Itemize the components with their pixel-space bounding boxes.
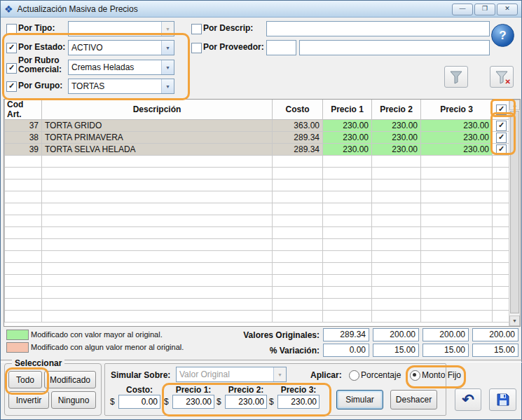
grid-empty-row	[5, 311, 511, 323]
scroll-down-button[interactable]: ▼	[509, 316, 520, 326]
por-grupo-dropdown[interactable]: TORTAS ▼	[68, 79, 174, 94]
descrip-input[interactable]	[266, 21, 490, 36]
col-header-precio2[interactable]: Precio 2	[372, 100, 421, 120]
grid-row[interactable]: 39 TORTA SELVA HELADA 289.34 230.00 230.…	[5, 144, 511, 156]
scroll-down-icon: ▼	[512, 318, 517, 323]
grid-vertical-scrollbar[interactable]: ▲ ▼	[509, 100, 520, 326]
simular-sobre-value: Valor Original	[177, 370, 273, 379]
cell-cod: 38	[5, 132, 42, 144]
precio3-input-label: Precio 3:	[277, 385, 320, 395]
currency-sign: $	[269, 397, 274, 407]
por-descrip-label: Por Descrip:	[203, 23, 253, 33]
row-checkbox[interactable]: ✓	[496, 121, 507, 131]
variacion-label: % Variación:	[207, 346, 320, 355]
precio2-input[interactable]	[225, 395, 267, 409]
apply-filter-button[interactable]	[444, 66, 468, 88]
app-icon: ❖	[4, 4, 13, 14]
costo-input[interactable]	[118, 395, 160, 409]
title-bar[interactable]: ❖ Actualización Masiva de Precios — ❐ ✕	[1, 1, 521, 18]
cell-costo: 289.34	[273, 144, 323, 156]
porcentaje-radio[interactable]	[349, 370, 359, 381]
close-button[interactable]: ✕	[497, 4, 518, 15]
col-header-descripcion[interactable]: Descripción	[42, 100, 273, 120]
por-proveedor-checkbox[interactable]	[191, 43, 202, 53]
monto-fijo-radio[interactable]	[410, 370, 420, 381]
valores-originales-label: Valores Originales:	[207, 330, 320, 340]
save-button[interactable]	[489, 388, 516, 411]
window-title: Actualización Masiva de Precios	[18, 4, 138, 14]
help-button[interactable]: ?	[491, 24, 514, 47]
precio3-input[interactable]	[277, 395, 320, 409]
cell-precio3: 230.00	[421, 120, 493, 132]
clear-filter-button[interactable]: ✕	[490, 66, 514, 88]
todo-button[interactable]: Todo	[8, 371, 42, 388]
por-tipo-checkbox[interactable]	[6, 24, 17, 34]
por-rubro-checkbox[interactable]: ✓	[6, 63, 17, 74]
precio1-input[interactable]	[172, 395, 214, 409]
chevron-down-icon[interactable]: ▼	[273, 367, 286, 381]
undo-icon: ↶	[462, 393, 474, 407]
proveedor-code-input[interactable]	[266, 40, 296, 55]
currency-sign: $	[217, 397, 221, 407]
check-icon: ✓	[8, 63, 15, 72]
scrollbar-thumb[interactable]	[510, 111, 519, 313]
ninguno-button[interactable]: Ninguno	[51, 391, 96, 409]
por-estado-label: Por Estado:	[18, 42, 65, 52]
chevron-down-icon[interactable]: ▼	[161, 60, 174, 74]
por-descrip-checkbox[interactable]	[191, 24, 202, 34]
original-costo: 289.34	[323, 328, 369, 341]
grid-empty-row	[5, 168, 511, 179]
chevron-down-icon[interactable]: ▼	[161, 22, 174, 36]
grid-body: 37 TORTA GRIDO 363.00 230.00 230.00 230.…	[5, 120, 511, 323]
invertir-button[interactable]: Invertir	[8, 391, 49, 409]
check-icon: ✓	[8, 43, 15, 51]
minimize-button[interactable]: —	[452, 4, 473, 15]
cell-precio3: 230.00	[421, 132, 493, 144]
col-header-costo[interactable]: Costo	[273, 100, 323, 120]
porcentaje-label[interactable]: Porcentaje	[361, 370, 401, 380]
variacion-precio1: 15.00	[373, 344, 419, 357]
scroll-up-button[interactable]: ▲	[509, 100, 520, 110]
col-header-precio3[interactable]: Precio 3	[421, 100, 493, 120]
por-grupo-checkbox[interactable]: ✓	[6, 81, 17, 92]
por-grupo-label: Por Grupo:	[18, 81, 62, 90]
col-header-cod[interactable]: Cod Art.	[5, 100, 42, 120]
grid-empty-row	[5, 179, 511, 191]
grid-row[interactable]: 37 TORTA GRIDO 363.00 230.00 230.00 230.…	[5, 120, 511, 132]
check-icon: ✓	[498, 121, 504, 129]
cell-precio1: 230.00	[323, 120, 372, 132]
legend-pink-swatch	[6, 342, 29, 353]
deshacer-button[interactable]: Deshacer	[390, 390, 437, 409]
grid-empty-row	[5, 287, 511, 299]
legend-green-label: Modificado con valor mayor al original.	[31, 330, 163, 339]
select-all-checkbox[interactable]: ✓	[496, 104, 507, 115]
cell-select: ✓	[493, 132, 511, 144]
precio2-input-label: Precio 2:	[225, 385, 267, 395]
grid-row[interactable]: 38 TORTA PRIMAVERA 289.34 230.00 230.00 …	[5, 132, 511, 144]
por-estado-dropdown[interactable]: ACTIVO ▼	[68, 40, 174, 55]
grid-empty-row	[5, 299, 511, 311]
costo-input-label: Costo:	[118, 385, 160, 395]
monto-fijo-label[interactable]: Monto Fijo	[422, 370, 461, 380]
chevron-down-icon[interactable]: ▼	[161, 79, 174, 93]
cell-costo: 289.34	[273, 132, 323, 144]
chevron-down-icon[interactable]: ▼	[161, 41, 174, 55]
original-precio3: 200.00	[472, 328, 518, 341]
row-checkbox[interactable]: ✓	[496, 133, 507, 143]
minimize-icon: —	[460, 5, 466, 12]
por-estado-value: ACTIVO	[69, 43, 161, 53]
por-rubro-value: Cremas Heladas	[69, 62, 161, 72]
col-header-select-all[interactable]: ✓	[493, 100, 511, 120]
simular-sobre-dropdown[interactable]: Valor Original ▼	[176, 367, 287, 382]
col-header-precio1[interactable]: Precio 1	[323, 100, 372, 120]
por-rubro-dropdown[interactable]: Cremas Heladas ▼	[68, 60, 174, 75]
proveedor-name-input[interactable]	[299, 40, 490, 55]
modificado-button[interactable]: Modificado	[44, 371, 96, 388]
undo-button[interactable]: ↶	[455, 388, 481, 411]
por-estado-checkbox[interactable]: ✓	[6, 43, 17, 53]
row-checkbox[interactable]: ✓	[496, 144, 507, 155]
simular-button[interactable]: Simular	[336, 390, 383, 409]
por-tipo-dropdown[interactable]: ▼	[68, 21, 174, 36]
grid-empty-row	[5, 156, 511, 168]
maximize-button[interactable]: ❐	[474, 4, 495, 15]
